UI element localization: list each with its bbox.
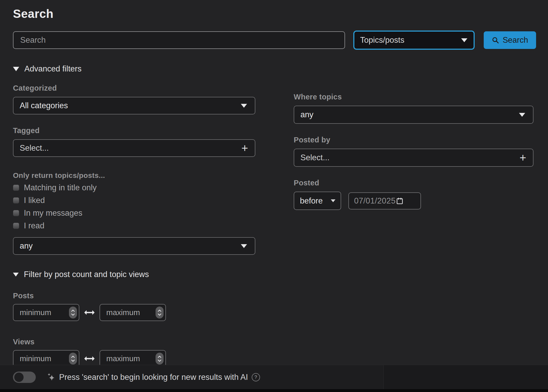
where-topics-label: Where topics xyxy=(294,93,533,101)
search-page: Search Topics/posts Search Advanced filt… xyxy=(0,0,548,367)
checkbox-matching-title-only[interactable]: Matching in title only xyxy=(13,183,255,192)
checkbox-icon[interactable] xyxy=(13,210,19,216)
search-type-value: Topics/posts xyxy=(360,35,404,45)
posts-label: Posts xyxy=(13,292,255,300)
where-topics-value: any xyxy=(300,110,313,119)
checkbox-label: In my messages xyxy=(24,208,82,218)
posted-by-label: Posted by xyxy=(294,136,533,144)
chevron-down-icon xyxy=(519,113,525,117)
posts-max-field xyxy=(100,304,166,321)
posted-by-placeholder: Select... xyxy=(300,153,329,162)
checkbox-icon[interactable] xyxy=(13,185,19,191)
left-right-arrow-icon xyxy=(84,309,95,316)
post-count-filter-toggle[interactable]: Filter by post count and topic views xyxy=(13,270,255,279)
posts-range-row xyxy=(13,304,255,321)
plus-icon: + xyxy=(241,142,248,154)
filters-right-column: Where topics any Posted by Select... + P… xyxy=(294,84,533,367)
left-right-arrow-icon xyxy=(84,355,95,362)
advanced-filters-toggle[interactable]: Advanced filters xyxy=(13,64,536,74)
checkbox-label: I liked xyxy=(24,196,45,205)
search-button[interactable]: Search xyxy=(484,31,536,49)
advanced-filters-label: Advanced filters xyxy=(24,64,82,74)
search-input[interactable] xyxy=(13,31,345,49)
tagged-label: Tagged xyxy=(13,126,255,135)
help-glyph: ? xyxy=(254,374,257,380)
calendar-icon[interactable] xyxy=(396,197,403,205)
posted-by-select[interactable]: Select... + xyxy=(294,149,533,167)
search-icon xyxy=(492,37,499,44)
bottom-edge xyxy=(0,389,548,392)
stepper-icon[interactable] xyxy=(156,307,164,318)
caret-down-icon xyxy=(13,273,19,277)
caret-down-icon xyxy=(13,67,19,71)
posted-date-value: 07/01/2025 xyxy=(354,196,396,206)
search-button-label: Search xyxy=(503,35,528,45)
posted-label: Posted xyxy=(294,179,533,187)
ai-search-message: Press 'search' to begin looking for new … xyxy=(59,373,248,382)
checkbox-icon[interactable] xyxy=(13,223,19,229)
tagged-placeholder: Select... xyxy=(20,143,49,153)
page-title: Search xyxy=(13,7,536,21)
chevron-down-icon xyxy=(331,199,335,202)
plus-icon: + xyxy=(519,152,526,163)
checkbox-i-liked[interactable]: I liked xyxy=(13,196,255,205)
posted-mode-value: before xyxy=(300,196,323,206)
categorized-select[interactable]: All categories xyxy=(13,97,255,114)
topic-status-value: any xyxy=(20,241,33,251)
checkbox-icon[interactable] xyxy=(13,197,19,204)
views-label: Views xyxy=(13,338,255,346)
only-return-label: Only return topics/posts... xyxy=(13,171,255,180)
post-count-filter-label: Filter by post count and topic views xyxy=(24,270,149,279)
footer-content: Press 'search' to begin looking for new … xyxy=(0,365,548,389)
posted-mode-select[interactable]: before xyxy=(294,192,341,210)
checkbox-in-my-messages[interactable]: In my messages xyxy=(13,208,255,218)
ai-search-toggle[interactable] xyxy=(13,372,36,383)
stepper-icon[interactable] xyxy=(69,353,77,365)
chevron-down-icon xyxy=(241,244,247,248)
checkbox-i-read[interactable]: I read xyxy=(13,221,255,230)
topic-status-select[interactable]: any xyxy=(13,237,255,255)
help-icon[interactable]: ? xyxy=(252,373,260,381)
stepper-icon[interactable] xyxy=(69,307,77,318)
sparkle-icon xyxy=(47,373,55,382)
toggle-knob xyxy=(14,373,24,382)
posted-date-input[interactable]: 07/01/2025 xyxy=(348,192,421,209)
chevron-down-icon xyxy=(461,38,467,42)
stepper-icon[interactable] xyxy=(156,353,164,365)
search-bar: Topics/posts Search xyxy=(13,31,536,50)
categorized-value: All categories xyxy=(20,101,68,110)
ai-search-footer: Press 'search' to begin looking for new … xyxy=(0,365,548,389)
checkbox-label: I read xyxy=(24,221,44,230)
tagged-select[interactable]: Select... + xyxy=(13,139,255,157)
categorized-label: Categorized xyxy=(13,84,255,92)
checkbox-label: Matching in title only xyxy=(24,183,97,192)
where-topics-select[interactable]: any xyxy=(294,106,533,124)
filters-left-column: Categorized All categories Tagged Select… xyxy=(13,84,255,367)
posted-row: before 07/01/2025 xyxy=(294,192,533,210)
advanced-filters-panel: Categorized All categories Tagged Select… xyxy=(13,84,536,367)
search-type-select[interactable]: Topics/posts xyxy=(353,31,475,50)
chevron-down-icon xyxy=(241,104,247,108)
posts-min-field xyxy=(13,304,79,321)
